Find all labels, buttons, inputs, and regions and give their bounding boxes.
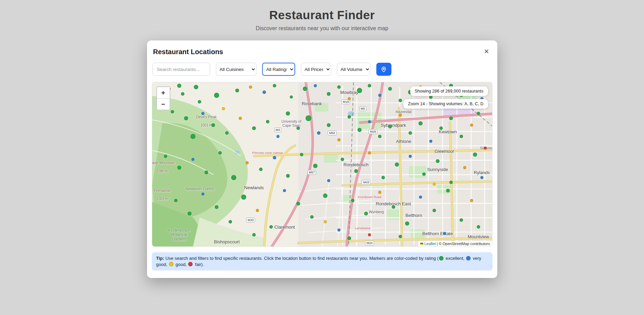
restaurant-marker[interactable] — [177, 84, 181, 88]
restaurant-marker[interactable] — [317, 131, 320, 135]
restaurant-marker[interactable] — [300, 153, 303, 156]
restaurant-marker[interactable] — [433, 209, 436, 212]
restaurant-marker[interactable] — [399, 235, 402, 238]
restaurant-marker[interactable] — [395, 162, 399, 167]
restaurant-marker[interactable] — [473, 153, 477, 157]
restaurant-marker[interactable] — [338, 138, 341, 141]
restaurant-marker[interactable] — [460, 135, 463, 138]
restaurant-marker[interactable] — [190, 134, 195, 139]
restaurant-marker[interactable] — [225, 131, 229, 135]
restaurant-marker[interactable] — [222, 107, 225, 110]
restaurant-marker[interactable] — [324, 220, 327, 223]
restaurant-marker[interactable] — [422, 172, 426, 176]
restaurant-marker[interactable] — [347, 237, 351, 240]
restaurant-marker[interactable] — [215, 205, 218, 209]
price-select[interactable]: All Prices — [301, 63, 331, 76]
restaurant-marker[interactable] — [348, 115, 351, 119]
restaurant-marker[interactable] — [399, 113, 402, 117]
restaurant-marker[interactable] — [296, 126, 300, 130]
restaurant-marker[interactable] — [286, 111, 290, 116]
restaurant-marker[interactable] — [388, 125, 392, 129]
restaurant-marker[interactable] — [314, 84, 317, 87]
restaurant-marker[interactable] — [429, 140, 432, 143]
restaurant-marker[interactable] — [470, 123, 473, 126]
restaurant-marker[interactable] — [290, 96, 293, 99]
restaurant-marker[interactable] — [249, 86, 252, 89]
restaurant-marker[interactable] — [181, 92, 184, 96]
restaurant-marker[interactable] — [191, 158, 194, 161]
search-input[interactable] — [153, 63, 210, 76]
restaurant-marker[interactable] — [357, 128, 362, 132]
restaurant-marker[interactable] — [177, 166, 181, 170]
leaflet-link[interactable]: Leaflet — [424, 242, 436, 246]
restaurant-marker[interactable] — [246, 161, 249, 164]
restaurant-marker[interactable] — [357, 88, 362, 93]
restaurant-marker[interactable] — [296, 202, 300, 206]
restaurant-marker[interactable] — [269, 225, 273, 229]
rating-select[interactable]: All Ratings — [262, 63, 295, 76]
restaurant-marker[interactable] — [351, 199, 354, 202]
restaurant-marker[interactable] — [470, 199, 473, 202]
restaurant-marker[interactable] — [214, 93, 219, 98]
restaurant-marker[interactable] — [273, 84, 276, 87]
restaurant-marker[interactable] — [378, 135, 381, 138]
restaurant-marker[interactable] — [231, 175, 236, 180]
restaurant-marker[interactable] — [211, 123, 215, 127]
restaurant-marker[interactable] — [436, 159, 439, 163]
restaurant-marker[interactable] — [323, 193, 328, 198]
restaurant-marker[interactable] — [378, 94, 381, 97]
restaurant-marker[interactable] — [327, 179, 330, 182]
restaurant-marker[interactable] — [276, 135, 279, 138]
restaurant-marker[interactable] — [364, 212, 368, 216]
restaurant-marker[interactable] — [484, 146, 487, 149]
zoom-in-button[interactable]: + — [157, 87, 170, 98]
restaurant-marker[interactable] — [433, 182, 436, 185]
restaurant-marker[interactable] — [184, 116, 188, 120]
restaurant-marker[interactable] — [439, 126, 443, 130]
restaurant-marker[interactable] — [368, 120, 371, 123]
restaurant-marker[interactable] — [327, 92, 331, 96]
zoom-out-button[interactable]: − — [157, 98, 170, 110]
restaurant-marker[interactable] — [327, 123, 331, 127]
restaurant-marker[interactable] — [446, 189, 450, 193]
restaurant-marker[interactable] — [164, 155, 167, 158]
locate-me-button[interactable] — [376, 63, 391, 76]
restaurant-marker[interactable] — [252, 126, 256, 130]
restaurant-marker[interactable] — [418, 121, 423, 125]
restaurant-marker[interactable] — [449, 117, 453, 120]
restaurant-marker[interactable] — [171, 110, 174, 113]
restaurant-marker[interactable] — [256, 209, 259, 212]
restaurant-marker[interactable] — [388, 87, 392, 91]
restaurant-marker[interactable] — [419, 196, 422, 199]
restaurant-marker[interactable] — [202, 192, 205, 195]
restaurant-marker[interactable] — [303, 87, 307, 91]
restaurant-marker[interactable] — [368, 84, 371, 87]
restaurant-marker[interactable] — [174, 199, 178, 202]
restaurant-marker[interactable] — [205, 171, 208, 174]
restaurant-marker[interactable] — [239, 117, 242, 120]
restaurant-marker[interactable] — [241, 195, 246, 200]
restaurant-marker[interactable] — [354, 169, 358, 173]
restaurant-marker[interactable] — [368, 233, 371, 237]
restaurant-marker[interactable] — [368, 151, 371, 154]
restaurant-marker[interactable] — [229, 220, 232, 223]
restaurant-marker[interactable] — [310, 215, 314, 219]
restaurant-marker[interactable] — [283, 189, 286, 192]
restaurant-marker[interactable] — [194, 85, 198, 89]
restaurant-marker[interactable] — [266, 120, 269, 123]
restaurant-marker[interactable] — [198, 100, 201, 104]
restaurant-marker[interactable] — [341, 158, 344, 161]
restaurant-marker[interactable] — [305, 116, 311, 121]
restaurant-marker[interactable] — [405, 221, 409, 226]
close-button[interactable]: × — [483, 47, 489, 56]
restaurant-marker[interactable] — [399, 99, 402, 102]
restaurant-marker[interactable] — [378, 191, 381, 194]
restaurant-marker[interactable] — [202, 112, 205, 115]
cuisine-select[interactable]: All Cuisines — [216, 63, 256, 76]
restaurant-marker[interactable] — [477, 112, 480, 115]
restaurant-marker[interactable] — [187, 211, 192, 216]
restaurant-marker[interactable] — [337, 85, 341, 89]
volume-select[interactable]: All Volume — [337, 63, 370, 76]
restaurant-marker[interactable] — [252, 233, 256, 237]
restaurant-marker[interactable] — [460, 218, 463, 222]
